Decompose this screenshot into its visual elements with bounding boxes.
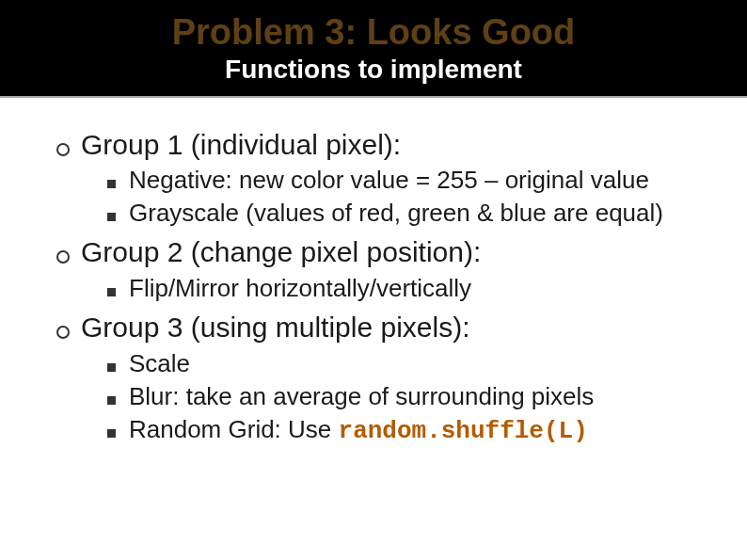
- square-bullet-icon: [107, 429, 116, 438]
- list-item: Random Grid: Use random.shuffle(L): [107, 413, 709, 448]
- code-snippet: random.shuffle(L): [339, 417, 588, 445]
- square-bullet-icon: [107, 288, 116, 296]
- list-item-prefix: Random Grid: Use: [129, 415, 339, 443]
- square-bullet-icon: [107, 396, 116, 405]
- slide-header: Problem 3: Looks Good Functions to imple…: [0, 0, 747, 98]
- square-bullet-icon: [107, 180, 116, 188]
- group-1: Group 1 (individual pixel): Negative: ne…: [56, 126, 709, 231]
- group-heading: Group 3 (using multiple pixels):: [56, 309, 709, 347]
- slide-content: Group 1 (individual pixel): Negative: ne…: [0, 98, 747, 448]
- group-heading: Group 1 (individual pixel):: [56, 126, 709, 165]
- list-item: Scale: [107, 347, 709, 380]
- square-bullet-icon: [107, 363, 116, 372]
- list-item: Flip/Mirror horizontally/vertically: [107, 272, 709, 305]
- list-item-text: Random Grid: Use random.shuffle(L): [129, 413, 588, 448]
- list-item: Blur: take an average of surrounding pix…: [107, 380, 709, 413]
- list-item: Negative: new color value = 255 – origin…: [107, 164, 709, 197]
- group-heading-text: Group 1 (individual pixel):: [81, 126, 401, 165]
- ring-bullet-icon: [56, 250, 70, 264]
- list-item-text: Blur: take an average of surrounding pix…: [129, 380, 594, 413]
- ring-bullet-icon: [56, 326, 70, 339]
- group-heading-text: Group 2 (change pixel position):: [81, 233, 481, 272]
- list-item-text: Flip/Mirror horizontally/vertically: [129, 272, 471, 305]
- slide-subtitle: Functions to implement: [0, 55, 747, 85]
- group-2: Group 2 (change pixel position): Flip/Mi…: [56, 233, 709, 305]
- group-3: Group 3 (using multiple pixels): Scale B…: [56, 309, 709, 448]
- list-item-text: Scale: [129, 347, 190, 380]
- ring-bullet-icon: [56, 143, 70, 156]
- slide-title: Problem 3: Looks Good: [0, 13, 747, 53]
- square-bullet-icon: [107, 213, 116, 221]
- group-heading: Group 2 (change pixel position):: [56, 233, 709, 272]
- group-heading-text: Group 3 (using multiple pixels):: [81, 309, 470, 347]
- list-item: Grayscale (values of red, green & blue a…: [107, 197, 709, 230]
- list-item-text: Negative: new color value = 255 – origin…: [129, 164, 649, 197]
- list-item-text: Grayscale (values of red, green & blue a…: [129, 197, 663, 230]
